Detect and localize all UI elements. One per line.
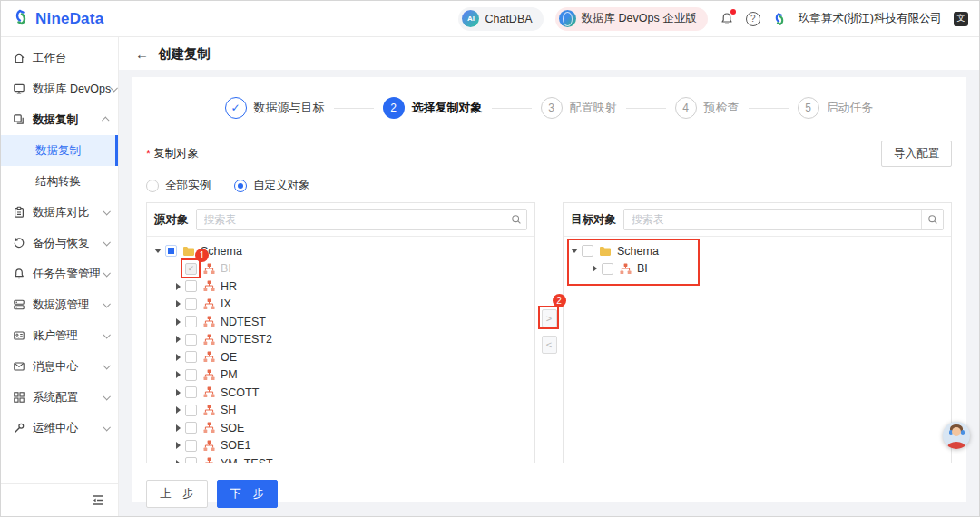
tree-row-SOE1[interactable]: SOE1	[152, 437, 531, 455]
tree-label: IX	[220, 298, 231, 310]
caret-down-icon[interactable]	[569, 249, 580, 253]
company-name[interactable]: 玖章算术(浙江)科技有限公司	[799, 11, 942, 26]
folder-icon	[599, 245, 612, 258]
tree-row-SH[interactable]: SH	[152, 402, 531, 420]
search-icon[interactable]	[505, 210, 526, 229]
tree-checkbox[interactable]: ✓	[185, 263, 197, 275]
tree-label: SOE	[220, 422, 244, 434]
caret-right-icon[interactable]	[172, 354, 183, 361]
caret-right-icon[interactable]	[172, 460, 183, 463]
content-area: ← 创建复制 ✓ 数据源与目标 2 选择复制对象	[119, 37, 979, 516]
caret-right-icon[interactable]	[589, 265, 600, 272]
caret-right-icon[interactable]	[172, 336, 183, 343]
chatdba-button[interactable]: AI ChatDBA	[458, 7, 543, 31]
sidebar-item-message-center[interactable]: 消息中心	[1, 351, 118, 382]
tree-checkbox[interactable]	[185, 369, 197, 381]
tree-row-BI[interactable]: ✓1BI	[152, 260, 531, 278]
tree-checkbox[interactable]	[185, 334, 197, 346]
move-to-target-button[interactable]: >	[542, 309, 557, 327]
import-config-button[interactable]: 导入配置	[881, 141, 952, 167]
tree-checkbox[interactable]	[185, 316, 197, 327]
tree-checkbox[interactable]	[185, 351, 197, 363]
tree-checkbox[interactable]	[602, 263, 613, 275]
tree-row-NDTEST2[interactable]: NDTEST2	[152, 331, 531, 349]
source-search-input[interactable]	[197, 210, 505, 229]
notification-bell-icon[interactable]	[720, 12, 734, 26]
tree-row-Schema[interactable]: Schema	[569, 242, 947, 260]
tree-checkbox[interactable]	[165, 245, 177, 257]
language-switch-icon[interactable]: 文	[954, 12, 968, 26]
caret-right-icon[interactable]	[172, 442, 183, 449]
sidebar-item-db-compare[interactable]: 数据库对比	[1, 197, 118, 228]
caret-right-icon[interactable]	[172, 424, 183, 432]
caret-right-icon[interactable]	[172, 406, 183, 414]
tree-checkbox[interactable]	[185, 280, 197, 292]
sidebar-item-data-replication[interactable]: 数据复制	[1, 135, 118, 166]
tree-checkbox[interactable]	[185, 422, 197, 434]
tree-checkbox[interactable]	[582, 245, 593, 257]
next-step-button[interactable]: 下一步	[217, 480, 279, 508]
chevron-down-icon	[103, 239, 110, 246]
tree-row-SCOTT[interactable]: SCOTT	[152, 384, 531, 402]
help-icon[interactable]: ?	[746, 12, 760, 26]
main-card: ✓ 数据源与目标 2 选择复制对象 3 配置映射 4	[132, 77, 966, 502]
sidebar-item-workbench[interactable]: 工作台	[1, 43, 118, 73]
edition-badge[interactable]: 数据库 DevOps 企业版	[555, 7, 708, 31]
caret-right-icon[interactable]	[172, 371, 183, 378]
tree-checkbox[interactable]	[185, 298, 197, 310]
tree-label: NDTEST	[220, 316, 266, 328]
ninedata-logo[interactable]: NineData	[12, 8, 103, 30]
radio-all-instances[interactable]: 全部实例	[146, 178, 211, 193]
sidebar-item-devops[interactable]: 数据库 DevOps	[1, 73, 118, 104]
sidebar-item-system-config[interactable]: 系统配置	[1, 382, 118, 413]
tree-row-HR[interactable]: HR	[152, 278, 531, 296]
restore-icon	[12, 237, 25, 250]
schema-icon	[202, 298, 215, 310]
previous-step-button[interactable]: 上一步	[146, 480, 208, 508]
tree-row-PM[interactable]: PM	[152, 366, 531, 385]
tree-row-BI[interactable]: BI	[569, 260, 947, 278]
object-scope-radio-group: 全部实例 自定义对象	[146, 178, 952, 193]
caret-right-icon[interactable]	[172, 283, 183, 290]
sidebar-item-backup-restore[interactable]: 备份与恢复	[1, 228, 118, 258]
tree-checkbox[interactable]	[185, 405, 197, 416]
schema-icon	[202, 439, 215, 452]
search-icon[interactable]	[921, 210, 943, 229]
back-arrow-icon[interactable]: ←	[135, 47, 149, 61]
tree-checkbox[interactable]	[185, 440, 197, 452]
tree-row-YM_TEST[interactable]: YM_TEST	[152, 454, 531, 463]
radio-circle-selected-icon[interactable]	[234, 180, 247, 192]
tree-row-SOE[interactable]: SOE	[152, 419, 531, 437]
tree-label: PM	[220, 368, 238, 381]
move-to-source-button[interactable]: <	[542, 336, 557, 354]
tree-label: SCOTT	[220, 386, 259, 399]
sidebar-item-task-alert[interactable]: 任务告警管理	[1, 258, 118, 289]
schema-icon	[202, 262, 215, 275]
menu-fold-icon[interactable]	[92, 493, 105, 507]
sidebar-item-ops-center[interactable]: 运维中心	[1, 413, 118, 444]
caret-down-icon[interactable]	[152, 249, 163, 253]
support-chat-avatar[interactable]	[943, 422, 970, 449]
tree-row-IX[interactable]: IX	[152, 296, 531, 314]
tree-row-OE[interactable]: OE	[152, 348, 531, 366]
radio-circle-icon[interactable]	[146, 180, 159, 192]
tree-checkbox[interactable]	[185, 386, 197, 398]
sidebar-item-account[interactable]: 账户管理	[1, 320, 118, 351]
mail-icon	[12, 360, 25, 374]
target-search-box	[623, 209, 944, 230]
caret-right-icon[interactable]	[172, 300, 183, 307]
logo-text: NineData	[35, 10, 103, 28]
tree-checkbox[interactable]	[185, 457, 197, 463]
caret-right-icon[interactable]	[172, 389, 183, 396]
notification-dot	[730, 9, 736, 15]
annotation-badge-2: 2	[553, 294, 566, 307]
sidebar-item-replication[interactable]: 数据复制	[1, 104, 118, 135]
sidebar-item-structure-transform[interactable]: 结构转换	[1, 166, 118, 197]
sidebar-item-datasource[interactable]: 数据源管理	[1, 289, 118, 320]
radio-custom-objects[interactable]: 自定义对象	[234, 178, 310, 193]
caret-right-icon[interactable]	[172, 318, 183, 326]
target-search-input[interactable]	[624, 210, 921, 229]
tree-row-Schema[interactable]: Schema	[152, 242, 531, 260]
alarm-bell-icon	[12, 268, 25, 281]
tree-row-NDTEST[interactable]: NDTEST	[152, 313, 531, 331]
